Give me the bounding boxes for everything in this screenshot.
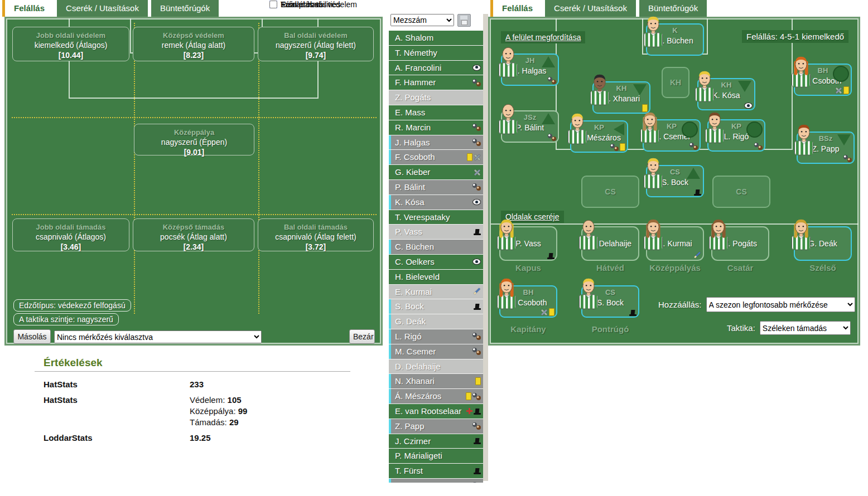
- lineup-marker: [389, 329, 391, 344]
- stat-line: 233: [190, 380, 204, 389]
- individual-order-icon: [833, 66, 849, 82]
- swap-sides-link[interactable]: Oldalak cseréje: [505, 212, 560, 221]
- lineup-slot[interactable]: KH: [662, 67, 689, 98]
- tab[interactable]: Cserék / Utasítások: [57, 0, 148, 17]
- player-list-item[interactable]: P. Bálint: [389, 180, 483, 195]
- player-list-item[interactable]: M. Csemer: [389, 344, 483, 359]
- individual-order-icon: [614, 123, 624, 135]
- player-list-item[interactable]: R. Marcin: [389, 120, 483, 135]
- ratings-field-panel: [4, 17, 383, 346]
- lineup-marker: [389, 314, 391, 329]
- summary-rows: HatStats 233 HatStats Védelem: 105Középp…: [35, 380, 350, 444]
- player-list-item[interactable]: L. Rigó: [389, 329, 483, 344]
- player-list-item[interactable]: H. Bieleveld: [389, 270, 483, 285]
- stat-line: Középpálya: 99: [190, 406, 247, 416]
- zone-divider: [134, 23, 135, 314]
- status-icon: [474, 468, 481, 474]
- player-name: T. Fürst: [395, 466, 423, 475]
- player-list-item[interactable]: Á. Mészáros: [389, 389, 483, 404]
- status-icon: [754, 143, 763, 150]
- lineup-slot[interactable]: BH F. Csoboth Kapitány: [499, 285, 557, 318]
- lineup-marker: [389, 389, 391, 403]
- player-list-item[interactable]: E. van Rootselaar: [389, 404, 483, 419]
- slot-player-name: S. Bock: [581, 298, 639, 307]
- player-list-item[interactable]: E. Kurmai: [389, 285, 483, 300]
- player-list-item[interactable]: K. Kósa: [389, 195, 483, 210]
- tab[interactable]: Felállás: [2, 0, 54, 17]
- status-icon: [472, 259, 481, 265]
- close-button[interactable]: Bezár: [349, 329, 375, 344]
- player-list-item[interactable]: F. Csoboth: [389, 150, 483, 165]
- tab[interactable]: Felállás: [490, 0, 542, 17]
- tab[interactable]: Cserék / Utasítások: [545, 0, 636, 17]
- position-code: K: [646, 26, 704, 35]
- lineup-slot[interactable]: G. Deák Szélső: [794, 226, 852, 261]
- lineup-marker: [389, 240, 391, 254]
- copy-button[interactable]: Másolás: [13, 329, 51, 344]
- match-orders-app: FelállásCserék / UtasításokBüntetőrúgók …: [0, 0, 868, 496]
- slot-player-name: F. Csoboth: [499, 298, 557, 307]
- player-list-item[interactable]: S. Bock: [389, 299, 483, 314]
- lineup-slot[interactable]: E. Kurmai Középpályás: [646, 226, 704, 261]
- stat-values: 19.25: [190, 433, 211, 444]
- lineup-slot[interactable]: D. Delahaije Hátvéd: [581, 226, 639, 261]
- floppy-disk-icon[interactable]: [457, 14, 471, 27]
- player-list-item[interactable]: [389, 479, 483, 483]
- lineup-slot[interactable]: CS S. Bock: [646, 165, 704, 197]
- player-name: L. Rigó: [395, 332, 422, 341]
- status-icon: [843, 86, 849, 94]
- player-list-item[interactable]: A. Francolini: [389, 61, 483, 76]
- player-list-item[interactable]: T. Némethy: [389, 46, 483, 61]
- player-list-item[interactable]: E. Mass: [389, 105, 483, 120]
- lineup-slot[interactable]: KH K. Kósa: [697, 78, 755, 110]
- flip-pitch-link[interactable]: A felület megfordítása: [505, 33, 581, 42]
- player-list-item[interactable]: G. Deák: [389, 314, 483, 329]
- player-status-icons: [472, 419, 481, 434]
- player-list-item[interactable]: P. Márialigeti: [389, 449, 483, 464]
- player-list-item[interactable]: G. Kieber: [389, 165, 483, 180]
- lineup-slot[interactable]: CS: [712, 176, 770, 208]
- lineup-slot[interactable]: KP M. Csemer: [643, 119, 701, 152]
- player-list-item[interactable]: C. Oelkers: [389, 255, 483, 270]
- status-icon: [547, 252, 554, 259]
- tab[interactable]: Büntetőrúgók: [151, 0, 219, 17]
- list-sort-select[interactable]: Mezszám: [390, 14, 454, 26]
- tactic-select[interactable]: Széleken támadás: [760, 321, 851, 335]
- player-list-item[interactable]: P. Vass: [389, 225, 483, 240]
- lineup-slot[interactable]: KP L. Rigó: [707, 119, 765, 152]
- lineup-slot[interactable]: KP A. Mészáros: [570, 120, 628, 153]
- player-list-item[interactable]: T. Verespataky: [389, 210, 483, 225]
- player-list-item[interactable]: F. Hammer: [389, 75, 483, 90]
- rating-value: [10.44]: [13, 51, 129, 60]
- lineup-slot[interactable]: BSz Z. Papp: [797, 132, 855, 164]
- lineup-slot[interactable]: CS: [581, 176, 639, 208]
- rating-text: csapnivaló (Átlagos): [13, 232, 129, 241]
- player-list-item[interactable]: N. Xhanari: [389, 374, 483, 389]
- player-list-item[interactable]: J. Halgas: [389, 135, 483, 150]
- lineup-slot[interactable]: K C. Büchen: [646, 23, 704, 56]
- lineup-slot[interactable]: P. Vass Kapus: [499, 226, 557, 261]
- status-icon: [473, 288, 481, 295]
- lineup-slot[interactable]: Z. Pogáts Csatár: [711, 226, 769, 261]
- player-list-item[interactable]: C. Büchen: [389, 240, 483, 255]
- status-icon: [472, 139, 481, 146]
- slot-status-icons: [689, 143, 698, 150]
- lineup-slot[interactable]: JH J. Halgas: [501, 54, 559, 86]
- player-list-item[interactable]: Z. Papp: [389, 419, 483, 434]
- tab[interactable]: Büntetőrúgók: [639, 0, 707, 17]
- player-list-item[interactable]: Z. Pogáts: [389, 90, 483, 105]
- attitude-select[interactable]: A szezon legfontosabb mérkőzése: [706, 297, 855, 312]
- option-checkbox[interactable]: [269, 1, 277, 8]
- lineup-slot[interactable]: BH F. Csoboth: [794, 64, 852, 96]
- lineup-marker: [389, 344, 391, 359]
- player-status-icons: [474, 464, 481, 478]
- player-list-item[interactable]: D. Delahaije: [389, 359, 483, 375]
- match-select[interactable]: Nincs mérkőzés kiválasztva: [54, 330, 262, 343]
- lineup-slot[interactable]: JSz P. Bálint: [501, 110, 559, 143]
- player-list-item[interactable]: T. Fürst: [389, 464, 483, 479]
- lineup-slot[interactable]: KH N. Xhanari: [592, 81, 650, 114]
- individual-order-icon: [542, 113, 555, 124]
- player-list-item[interactable]: A. Shalom: [389, 31, 483, 46]
- lineup-slot[interactable]: CS S. Bock Pontrúgó: [581, 285, 639, 318]
- player-list-item[interactable]: J. Czirner: [389, 434, 483, 449]
